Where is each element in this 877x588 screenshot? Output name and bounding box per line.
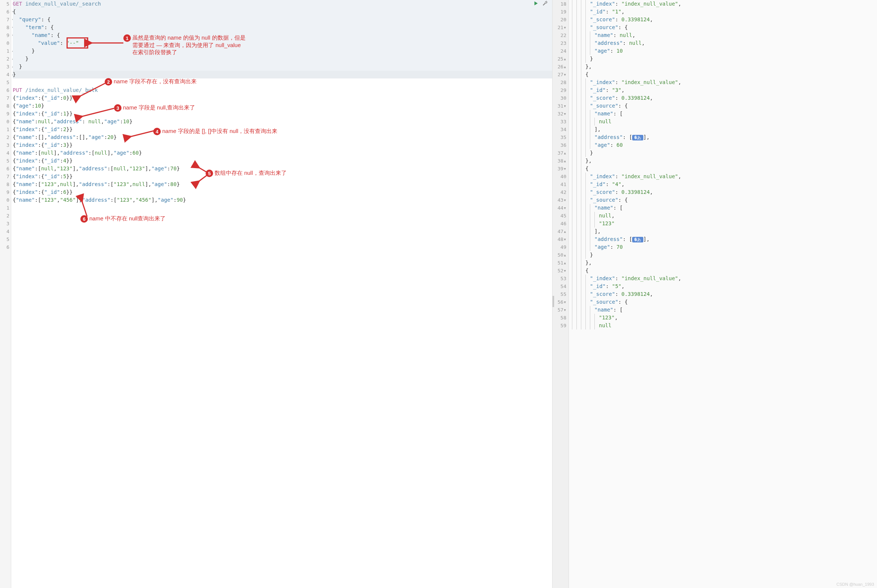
bulk-row: {"index":{"_id":3}} xyxy=(13,141,552,149)
bulk-row: {"index":{"_id":0}} xyxy=(13,94,552,102)
response-editor[interactable]: 18192021▾22232425▴26▴27▾28293031▾32▾3334… xyxy=(552,0,877,588)
wrench-icon[interactable] xyxy=(542,1,548,7)
bulk-row: {"index":{"_id":5}} xyxy=(13,172,552,180)
request-editor-panel: 5 6▾ 7▾ 8▾ 9▾ 0 1▴ 2▴ 3▴ 4▴ 5 6 7 8 9 0 … xyxy=(0,0,552,588)
bulk-row: {"name":["123",null],"address":["123",nu… xyxy=(13,180,552,188)
line-gutter-left: 5 6▾ 7▾ 8▾ 9▾ 0 1▴ 2▴ 3▴ 4▴ 5 6 7 8 9 0 … xyxy=(0,0,11,588)
http-method: GET xyxy=(13,1,22,7)
bulk-row: {"name":[null],"address":[null],"age":60… xyxy=(13,149,552,157)
bulk-row: {"index":{"_id":1}} xyxy=(13,110,552,118)
bulk-row: {"age":10} xyxy=(13,102,552,110)
run-icon[interactable] xyxy=(534,1,539,7)
bulk-row: {"name":[],"address":[],"age":20} xyxy=(13,134,552,141)
editor-toolbar xyxy=(534,1,548,7)
query-value: "--" xyxy=(66,40,79,46)
bulk-row: {"name":null,"address": null,"age":10} xyxy=(13,118,552,126)
bulk-row: {"name":["123","456"],"address":["123","… xyxy=(13,196,552,204)
http-method-put: PUT xyxy=(13,87,22,93)
request-path: index_null_value/_search xyxy=(26,1,101,7)
watermark: CSDN @huan_1993 xyxy=(836,582,874,586)
bulk-row: {"index":{"_id":2}} xyxy=(13,126,552,134)
bulk-path: /index_null_value/_bulk xyxy=(26,87,98,93)
response-panel: 18192021▾22232425▴26▴27▾28293031▾32▾3334… xyxy=(552,0,877,588)
request-editor[interactable]: 5 6▾ 7▾ 8▾ 9▾ 0 1▴ 2▴ 3▴ 4▴ 5 6 7 8 9 0 … xyxy=(0,0,552,588)
bulk-row: {"index":{"_id":4}} xyxy=(13,157,552,165)
code-area-right: "_index": "index_null_value","_id": "1",… xyxy=(569,0,877,588)
bulk-row: {"name":[null,"123"],"address":[null,"12… xyxy=(13,165,552,172)
code-area-left[interactable]: GET index_null_value/_search { "query": … xyxy=(11,0,552,588)
line-gutter-right: 18192021▾22232425▴26▴27▾28293031▾32▾3334… xyxy=(552,0,569,588)
bulk-row: {"index":{"_id":6}} xyxy=(13,188,552,196)
